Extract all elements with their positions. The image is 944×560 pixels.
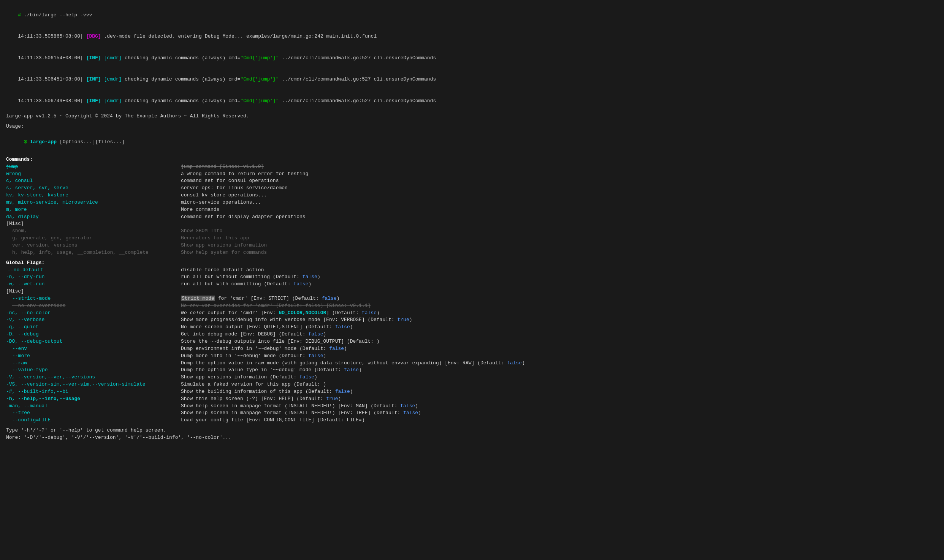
footer-line-1: Type '-h'/'-?' or '--help' to get comman… <box>6 427 938 434</box>
flag-no-default: --no-default disable force default actio… <box>6 267 938 274</box>
cmd-help: h, help, info, usage, __completion, __co… <box>6 249 938 256</box>
prompt-line: # ./bin/large --help -vvv <box>6 5 938 26</box>
cmd-display: da, display command set for display adap… <box>6 214 938 221</box>
misc-flags-header: [Misc] <box>6 288 938 295</box>
cmd-ms: ms, micro-service, microservice micro-se… <box>6 199 938 206</box>
flag-built-info: -#, --built-info,--bi Show the building … <box>6 388 938 395</box>
log-level-inf-2: [INF] <box>86 55 101 61</box>
log-time-1: 14:11:33.505865+08:00 <box>18 33 80 39</box>
flag-verbose: -v, --verbose Show more progress/debug i… <box>6 316 938 324</box>
prompt-hash: # <box>18 12 24 18</box>
log-level-dbg-1: [DBG] <box>86 33 101 39</box>
flag-value-type: --value-type Dump the option value type … <box>6 367 938 374</box>
commands-header: Commands: <box>6 156 938 163</box>
log-time-3: 14:11:33.506451+08:00 <box>18 76 80 82</box>
cmd-version: ver, version, versions Show app versions… <box>6 242 938 249</box>
flag-wet-run: -w, --wet-run run all but with committin… <box>6 281 938 288</box>
cmd-more: m, more More commands <box>6 206 938 214</box>
flag-config: --config=FILE Load your config file [Env… <box>6 417 938 424</box>
cmd-jump: jump jump command [Since: v1.1.0] <box>6 163 938 171</box>
flag-quiet: -q, --quiet No more screen output [Env: … <box>6 324 938 331</box>
cmd-wrong: wrong a wrong command to return error fo… <box>6 171 938 178</box>
log-time-2: 14:11:33.506154+08:00 <box>18 55 80 61</box>
global-flags-header: Global Flags: <box>6 259 938 267</box>
log-time-4: 14:11:33.506749+08:00 <box>18 98 80 104</box>
flag-more: --more Dump more info in '~~debug' mode … <box>6 353 938 360</box>
cmd-sbom: sbom, Show SBOM Info <box>6 228 938 235</box>
flag-version-sim: -VS, --version-sim,--ver-sim,--version-s… <box>6 381 938 388</box>
log-level-inf-3: [INF] <box>86 76 101 82</box>
log-line-3: 14:11:33.506451+08:00| [INF] [cmdr] chec… <box>6 69 938 91</box>
flag-debug-output: -DO, --debug-output Store the ~~debug ou… <box>6 338 938 345</box>
flag-manual: -man, --manual Show help screen in manpa… <box>6 403 938 410</box>
flag-no-color: -nc, --no-color No color output for 'cmd… <box>6 310 938 317</box>
flag-strict-mode: --strict-mode Strict mode for 'cmdr' [En… <box>6 295 938 302</box>
flag-raw: --raw Dump the option value in raw mode … <box>6 360 938 367</box>
misc-commands-header: [Misc] <box>6 220 938 228</box>
flag-env: --env Dump environment info in '~~debug'… <box>6 345 938 353</box>
usage-line: $ large-app [Options...][files...] <box>6 131 938 153</box>
flag-help: -h, --help,--info,--usage Show this help… <box>6 395 938 403</box>
cmd-kv: kv, kv-store, kvstore consul kv store op… <box>6 192 938 199</box>
cmd-consul: c, consul command set for consul operati… <box>6 177 938 185</box>
terminal: # ./bin/large --help -vvv 14:11:33.50586… <box>6 5 938 441</box>
prompt-command: ./bin/large --help -vvv <box>24 12 92 18</box>
log-line-1: 14:11:33.505865+08:00| [DBG] .dev-mode f… <box>6 26 938 48</box>
log-line-4: 14:11:33.506749+08:00| [INF] [cmdr] chec… <box>6 90 938 112</box>
app-info: large-app vv1.2.5 ~ Copyright © 2024 by … <box>6 113 938 120</box>
flag-version-v: -V, --version,--ver,--versions Show app … <box>6 374 938 381</box>
cmd-generate: g, generate, gen, generator Generators f… <box>6 235 938 242</box>
footer-line-2: More: '-D'/'--debug', '-V'/'--version', … <box>6 434 938 441</box>
log-line-2: 14:11:33.506154+08:00| [INF] [cmdr] chec… <box>6 47 938 69</box>
cmd-server: s, server, svr, serve server ops: for li… <box>6 185 938 192</box>
flag-dry-run: -n, --dry-run run all but without commit… <box>6 274 938 281</box>
flag-tree: --tree Show help screen in manpage forma… <box>6 410 938 417</box>
flag-no-env-overrides: --no-env-overrides No env var overrides … <box>6 302 938 310</box>
log-level-inf-4: [INF] <box>86 98 101 104</box>
usage-label: Usage: <box>6 123 938 130</box>
flag-debug: -D, --debug Get into debug mode [Env: DE… <box>6 331 938 338</box>
